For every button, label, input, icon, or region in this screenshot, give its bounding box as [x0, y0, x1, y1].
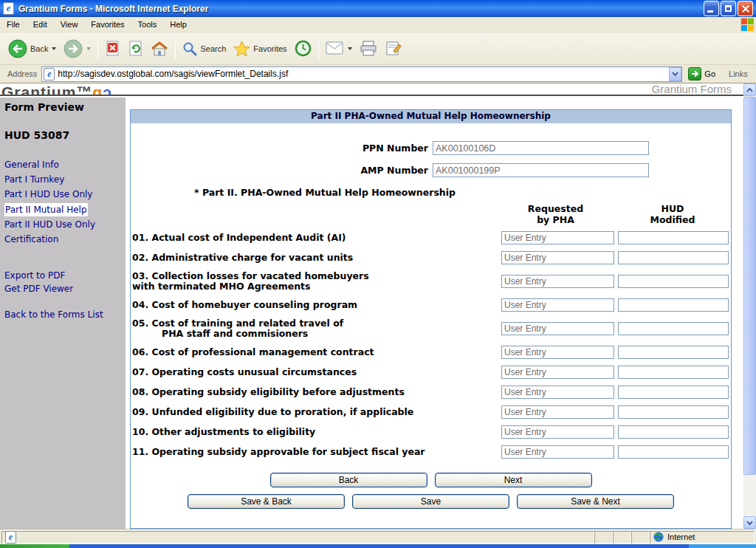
menu-edit[interactable]: Edit	[27, 18, 54, 31]
scroll-up-button[interactable]	[743, 83, 756, 96]
form-row-09: 09. Unfunded eligibility due to proratio…	[132, 405, 729, 419]
minimize-button[interactable]	[704, 1, 719, 16]
requested-by-pha-input[interactable]	[501, 251, 614, 264]
back-dropdown-icon[interactable]	[52, 47, 56, 50]
refresh-button[interactable]	[124, 37, 147, 60]
scroll-up-icon	[746, 88, 753, 92]
go-button[interactable]: Go	[688, 67, 715, 81]
form-row-02: 02. Administrative charge for vacant uni…	[132, 251, 729, 264]
row-label: 03. Collection losses for vacated homebu…	[132, 271, 498, 281]
amp-number-input[interactable]	[433, 163, 649, 177]
scrollbar-thumb[interactable]	[743, 97, 756, 475]
sidebar-item-certification[interactable]: Certification	[4, 232, 121, 247]
address-input[interactable]	[58, 69, 669, 79]
menu-help[interactable]: Help	[163, 18, 193, 31]
restore-button[interactable]	[721, 1, 736, 16]
mail-dropdown-icon[interactable]	[348, 47, 352, 50]
print-icon	[360, 41, 378, 56]
forward-button[interactable]	[60, 36, 94, 61]
address-combobox[interactable]: e	[41, 66, 682, 82]
address-bar: Address e Go Links »	[0, 65, 756, 83]
scroll-down-button[interactable]	[743, 516, 756, 529]
sidebar-item-part2-mutual-help[interactable]: Part II Mutual Help	[4, 203, 88, 216]
requested-by-pha-input[interactable]	[501, 346, 614, 359]
sidebar: Form Preview HUD 53087 General Info Part…	[0, 97, 126, 529]
vertical-scrollbar[interactable]	[743, 83, 756, 529]
status-page-icon: e	[5, 531, 16, 544]
sidebar-item-general-info[interactable]: General Info	[4, 157, 121, 172]
print-button[interactable]	[356, 38, 382, 59]
system-tray-edge	[689, 544, 756, 548]
save-button[interactable]: Save	[352, 494, 509, 509]
links-label[interactable]: Links	[729, 69, 748, 78]
sidebar-item-part1-turnkey[interactable]: Part I Turnkey	[4, 172, 121, 187]
save-and-next-button[interactable]: Save & Next	[517, 494, 674, 509]
back-button[interactable]: Back	[4, 36, 60, 61]
home-icon	[151, 41, 168, 57]
form-content: Part II PHA-Owned Mutual Help Homeowners…	[130, 109, 732, 529]
security-zone-label: Internet	[667, 532, 695, 541]
ppn-number-input[interactable]	[433, 141, 649, 155]
hud-modified-input[interactable]	[618, 346, 729, 359]
sidebar-item-part2-hud-use-only[interactable]: Part II HUD Use Only	[4, 217, 121, 232]
form-row-03: 03. Collection losses for vacated homebu…	[132, 271, 729, 292]
back-nav-button[interactable]: Back	[270, 473, 427, 487]
address-dropdown-button[interactable]	[669, 67, 681, 81]
stop-button[interactable]	[101, 37, 124, 60]
home-button[interactable]	[147, 38, 172, 60]
chevron-down-icon	[672, 72, 678, 76]
hud-modified-input[interactable]	[618, 251, 729, 264]
sidebar-item-part1-hud-use-only[interactable]: Part I HUD Use Only	[4, 187, 121, 202]
menu-favorites[interactable]: Favorites	[84, 18, 131, 31]
refresh-icon	[128, 40, 143, 57]
row-label: 05. Cost of training and related travel …	[132, 318, 498, 329]
forward-dropdown-icon	[86, 47, 91, 50]
hud-modified-input[interactable]	[618, 231, 729, 244]
back-to-forms-list-link[interactable]: Back to the Forms List	[4, 307, 121, 322]
requested-by-pha-input[interactable]	[501, 231, 614, 244]
hud-modified-input[interactable]	[618, 275, 729, 288]
column-header-requested-by-pha: Requested by PHA	[498, 203, 613, 225]
hud-modified-input[interactable]	[618, 405, 729, 419]
form-row-05: 05. Cost of training and related travel …	[132, 318, 729, 339]
menu-tools[interactable]: Tools	[131, 18, 164, 31]
requested-by-pha-input[interactable]	[501, 405, 614, 419]
start-button-edge[interactable]	[0, 544, 69, 548]
favorites-button[interactable]: Favorites	[230, 38, 290, 60]
mail-button[interactable]	[322, 38, 356, 58]
forward-icon	[63, 39, 83, 58]
save-and-back-button[interactable]: Save & Back	[188, 494, 345, 509]
page-header: Grantium™gɔ	[0, 83, 743, 96]
form-row-11: 11. Operating subsidy approvable for sub…	[132, 445, 729, 459]
ie-page-icon: e	[44, 68, 55, 81]
requested-by-pha-input[interactable]	[501, 322, 614, 335]
requested-by-pha-input[interactable]	[501, 275, 614, 288]
requested-by-pha-input[interactable]	[501, 298, 614, 312]
form-subtitle: * Part II. PHA-Owned Mutual Help Homeown…	[194, 187, 731, 198]
history-button[interactable]	[291, 37, 315, 60]
form-row-08: 08. Operating subsidy eligibility before…	[132, 386, 729, 399]
hud-modified-input[interactable]	[618, 445, 729, 459]
close-button[interactable]	[738, 1, 753, 16]
requested-by-pha-input[interactable]	[501, 425, 614, 439]
favorites-star-icon	[233, 41, 250, 57]
requested-by-pha-input[interactable]	[501, 445, 614, 459]
search-button[interactable]: Search	[179, 38, 230, 59]
hud-modified-input[interactable]	[618, 386, 729, 399]
export-to-pdf-link[interactable]: Export to PDF	[4, 269, 121, 282]
menu-file[interactable]: File	[0, 18, 27, 31]
hud-modified-input[interactable]	[618, 425, 729, 439]
windows-taskbar[interactable]	[0, 544, 756, 548]
hud-modified-input[interactable]	[618, 366, 729, 379]
form-row-01: 01. Actual cost of Independent Audit (AI…	[132, 231, 729, 244]
edit-button[interactable]	[382, 38, 406, 59]
hud-modified-input[interactable]	[618, 298, 729, 312]
requested-by-pha-input[interactable]	[501, 386, 614, 399]
get-pdf-viewer-link[interactable]: Get PDF Viewer	[4, 282, 121, 295]
row-label: 04. Cost of homebuyer counseling program	[132, 300, 498, 310]
mail-icon	[326, 41, 344, 55]
menu-view[interactable]: View	[54, 18, 85, 31]
hud-modified-input[interactable]	[618, 322, 729, 335]
requested-by-pha-input[interactable]	[501, 366, 614, 379]
next-nav-button[interactable]: Next	[435, 473, 592, 487]
